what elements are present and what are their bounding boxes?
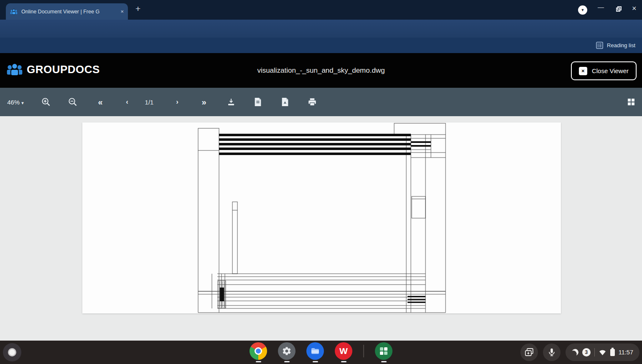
print-button[interactable] bbox=[308, 98, 317, 107]
shelf-item-chrome[interactable] bbox=[250, 342, 267, 362]
running-indicator bbox=[313, 361, 318, 362]
chrome-icon bbox=[250, 342, 267, 360]
do-not-disturb-moon-icon bbox=[571, 349, 579, 356]
status-area[interactable]: 3 11:57 bbox=[566, 344, 639, 361]
browser-status-icon[interactable]: ▼ bbox=[578, 5, 587, 15]
running-indicator bbox=[381, 361, 387, 362]
groupdocs-favicon-icon bbox=[10, 8, 18, 15]
files-folder-icon bbox=[306, 342, 324, 360]
running-indicator bbox=[341, 361, 346, 362]
tab-title: Online Document Viewer | Free G bbox=[21, 9, 117, 15]
reading-list-icon[interactable] bbox=[596, 42, 603, 49]
groupdocs-logo-icon bbox=[6, 61, 23, 78]
screen-capture-button[interactable] bbox=[520, 344, 538, 361]
running-indicator bbox=[284, 361, 290, 362]
shelf-item-calculator[interactable] bbox=[375, 342, 392, 362]
screen-capture-icon bbox=[524, 347, 534, 357]
first-page-button[interactable]: « bbox=[98, 97, 102, 107]
running-indicator bbox=[256, 361, 261, 362]
launcher-icon bbox=[8, 348, 16, 356]
window-restore-button[interactable] bbox=[616, 6, 622, 12]
browser-toolbar: ← → ↻ ⌂ products.groupdocs.app/viewer/vi… bbox=[0, 20, 642, 38]
close-viewer-x-icon: × bbox=[579, 67, 587, 75]
document-page bbox=[82, 122, 561, 313]
shelf-separator bbox=[363, 345, 364, 357]
clock: 11:57 bbox=[619, 349, 633, 356]
microphone-icon bbox=[547, 348, 556, 357]
close-viewer-button[interactable]: × Close Viewer bbox=[571, 61, 637, 80]
viewer-header: GROUPDOCS visualization_-_sun_and_sky_de… bbox=[0, 53, 642, 88]
viewer-content-area[interactable] bbox=[0, 116, 642, 341]
window-minimize-button[interactable]: — bbox=[598, 3, 604, 10]
wifi-icon bbox=[599, 349, 606, 356]
shelf-item-wps[interactable]: W bbox=[335, 342, 352, 362]
launcher-button[interactable] bbox=[3, 343, 21, 361]
notification-count-badge: 3 bbox=[582, 348, 591, 356]
system-tray: 3 11:57 bbox=[520, 344, 639, 361]
reading-list-label[interactable]: Reading list bbox=[607, 42, 635, 48]
download-source-file-button[interactable] bbox=[254, 97, 262, 107]
shelf-apps: W bbox=[250, 342, 392, 362]
prev-page-button[interactable]: ‹ bbox=[126, 98, 128, 106]
page-indicator: 1/1 bbox=[145, 99, 154, 106]
calculator-grid-icon bbox=[375, 342, 392, 360]
tab-strip: Online Document Viewer | Free G × + ▼ — … bbox=[0, 0, 642, 20]
zoom-caret-icon: ▾ bbox=[21, 100, 24, 105]
download-pdf-button[interactable] bbox=[281, 97, 289, 107]
wps-office-icon: W bbox=[335, 342, 352, 360]
brand-name: GROUPDOCS bbox=[27, 63, 100, 76]
tray-divider bbox=[594, 348, 595, 356]
zoom-out-button[interactable] bbox=[68, 97, 78, 107]
settings-gear-icon bbox=[278, 342, 296, 360]
battery-icon bbox=[610, 349, 615, 356]
zoom-in-button[interactable] bbox=[41, 97, 51, 107]
shelf-item-settings[interactable] bbox=[278, 342, 296, 362]
cad-drawing bbox=[82, 122, 561, 313]
next-page-button[interactable]: › bbox=[176, 98, 178, 106]
groupdocs-logo[interactable]: GROUPDOCS bbox=[6, 61, 100, 78]
shelf-item-files[interactable] bbox=[306, 342, 324, 362]
browser-tab[interactable]: Online Document Viewer | Free G × bbox=[6, 3, 128, 20]
viewer-toolbar: 46% ▾ « ‹ 1/1 › » bbox=[0, 88, 642, 116]
thumbnails-grid-button[interactable] bbox=[628, 99, 634, 105]
microphone-button[interactable] bbox=[543, 344, 560, 361]
tab-close-icon[interactable]: × bbox=[120, 8, 124, 15]
window-close-button[interactable]: × bbox=[632, 4, 637, 13]
zoom-level-select[interactable]: 46% ▾ bbox=[7, 99, 24, 106]
close-viewer-label: Close Viewer bbox=[592, 67, 629, 74]
reading-list-bar: Reading list bbox=[0, 38, 642, 53]
download-button[interactable] bbox=[227, 98, 236, 107]
last-page-button[interactable]: » bbox=[201, 97, 206, 107]
shelf: W 3 bbox=[0, 341, 642, 364]
new-tab-button[interactable]: + bbox=[135, 4, 140, 14]
